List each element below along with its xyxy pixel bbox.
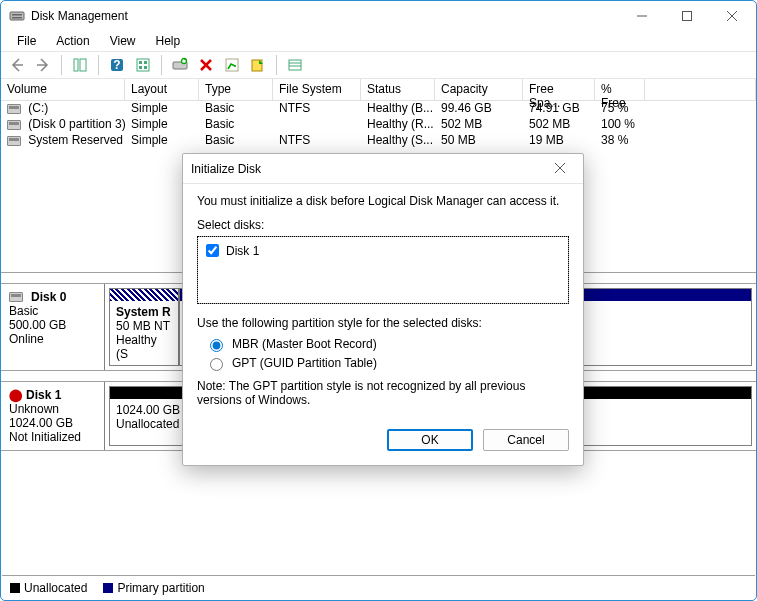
action-button[interactable] xyxy=(246,53,270,77)
svg-rect-2 xyxy=(12,17,22,19)
svg-rect-1 xyxy=(12,14,22,16)
col-status[interactable]: Status xyxy=(361,79,435,100)
properties-button[interactable] xyxy=(220,53,244,77)
svg-rect-15 xyxy=(144,66,147,69)
disk1-checkbox[interactable] xyxy=(206,244,219,257)
volume-row[interactable]: System ReservedSimpleBasicNTFSHealthy (S… xyxy=(1,133,756,149)
legend-primary-swatch xyxy=(103,583,113,593)
disk-info-0: Disk 0 Basic 500.00 GB Online xyxy=(1,284,105,370)
refresh-button[interactable] xyxy=(168,53,192,77)
svg-rect-12 xyxy=(139,61,142,64)
legend: Unallocated Primary partition xyxy=(2,575,755,599)
cancel-button[interactable]: Cancel xyxy=(483,429,569,451)
disk1-label: Disk 1 xyxy=(226,244,259,258)
svg-rect-0 xyxy=(10,12,24,20)
menubar: File Action View Help xyxy=(1,31,756,51)
gpt-radio[interactable] xyxy=(210,358,223,371)
partition-system-reserved[interactable]: System R 50 MB NT Healthy (S xyxy=(109,288,179,366)
disk1-size: 1024.00 GB xyxy=(9,416,96,430)
ok-button[interactable]: OK xyxy=(387,429,473,451)
volume-header: Volume Layout Type File System Status Ca… xyxy=(1,79,756,101)
disk1-state: Not Initialized xyxy=(9,430,96,444)
unalloc-label: Unallocated xyxy=(116,417,179,431)
part-title: System R xyxy=(116,305,171,319)
list-button[interactable] xyxy=(283,53,307,77)
close-button[interactable] xyxy=(709,2,754,30)
show-hide-button[interactable] xyxy=(68,53,92,77)
disk0-type: Basic xyxy=(9,304,96,318)
disk-select-list[interactable]: Disk 1 xyxy=(197,236,569,304)
volume-row[interactable]: (C:)SimpleBasicNTFSHealthy (B...99.46 GB… xyxy=(1,101,756,117)
disk-icon xyxy=(9,292,23,302)
window-title: Disk Management xyxy=(31,9,619,23)
disk0-name: Disk 0 xyxy=(31,290,66,304)
disk1-name: Disk 1 xyxy=(26,388,61,402)
disk-info-1: ⬤Disk 1 Unknown 1024.00 GB Not Initializ… xyxy=(1,382,105,450)
mbr-radio[interactable] xyxy=(210,339,223,352)
settings-button[interactable] xyxy=(131,53,155,77)
delete-button[interactable] xyxy=(194,53,218,77)
svg-rect-4 xyxy=(682,12,691,21)
initialize-disk-dialog: Initialize Disk You must initialize a di… xyxy=(182,153,584,466)
disk1-type: Unknown xyxy=(9,402,96,416)
minimize-button[interactable] xyxy=(619,2,664,30)
disk-management-window: Disk Management File Action View Help ? … xyxy=(0,0,757,601)
col-layout[interactable]: Layout xyxy=(125,79,199,100)
svg-rect-11 xyxy=(137,59,149,71)
dialog-note: Note: The GPT partition style is not rec… xyxy=(197,379,569,407)
maximize-button[interactable] xyxy=(664,2,709,30)
disk-select-item[interactable]: Disk 1 xyxy=(202,241,564,260)
col-spacer xyxy=(645,79,756,100)
svg-rect-8 xyxy=(80,59,86,71)
toolbar: ? xyxy=(1,51,756,79)
titlebar[interactable]: Disk Management xyxy=(1,1,756,31)
disk-warning-icon: ⬤ xyxy=(9,388,22,402)
col-pct[interactable]: % Free xyxy=(595,79,645,100)
unalloc-size: 1024.00 GB xyxy=(116,403,180,417)
menu-view[interactable]: View xyxy=(100,32,146,50)
part-line2: 50 MB NT xyxy=(116,319,170,333)
dialog-titlebar[interactable]: Initialize Disk xyxy=(183,154,583,184)
mbr-label: MBR (Master Boot Record) xyxy=(232,337,377,351)
disk0-size: 500.00 GB xyxy=(9,318,96,332)
menu-help[interactable]: Help xyxy=(146,32,191,50)
col-type[interactable]: Type xyxy=(199,79,273,100)
part-line3: Healthy (S xyxy=(116,333,157,361)
svg-rect-7 xyxy=(74,59,78,71)
gpt-label: GPT (GUID Partition Table) xyxy=(232,356,377,370)
mbr-option[interactable]: MBR (Master Boot Record) xyxy=(205,336,569,352)
dialog-intro: You must initialize a disk before Logica… xyxy=(197,194,569,208)
volume-row[interactable]: (Disk 0 partition 3)SimpleBasicHealthy (… xyxy=(1,117,756,133)
dialog-select-label: Select disks: xyxy=(197,218,569,232)
app-icon xyxy=(9,8,25,24)
col-free[interactable]: Free Spa... xyxy=(523,79,595,100)
forward-button[interactable] xyxy=(31,53,55,77)
legend-primary: Primary partition xyxy=(117,581,204,595)
disk0-state: Online xyxy=(9,332,96,346)
help-button[interactable]: ? xyxy=(105,53,129,77)
svg-rect-13 xyxy=(144,61,147,64)
dialog-close-button[interactable] xyxy=(545,162,575,176)
gpt-option[interactable]: GPT (GUID Partition Table) xyxy=(205,355,569,371)
menu-file[interactable]: File xyxy=(7,32,46,50)
col-capacity[interactable]: Capacity xyxy=(435,79,523,100)
menu-action[interactable]: Action xyxy=(46,32,99,50)
svg-text:?: ? xyxy=(113,58,120,72)
svg-rect-14 xyxy=(139,66,142,69)
dialog-title: Initialize Disk xyxy=(191,162,545,176)
col-volume[interactable]: Volume xyxy=(1,79,125,100)
legend-unalloc-swatch xyxy=(10,583,20,593)
legend-unalloc: Unallocated xyxy=(24,581,87,595)
svg-rect-21 xyxy=(289,60,301,70)
col-fs[interactable]: File System xyxy=(273,79,361,100)
svg-point-19 xyxy=(234,65,236,67)
partition-style-label: Use the following partition style for th… xyxy=(197,316,569,330)
back-button[interactable] xyxy=(5,53,29,77)
